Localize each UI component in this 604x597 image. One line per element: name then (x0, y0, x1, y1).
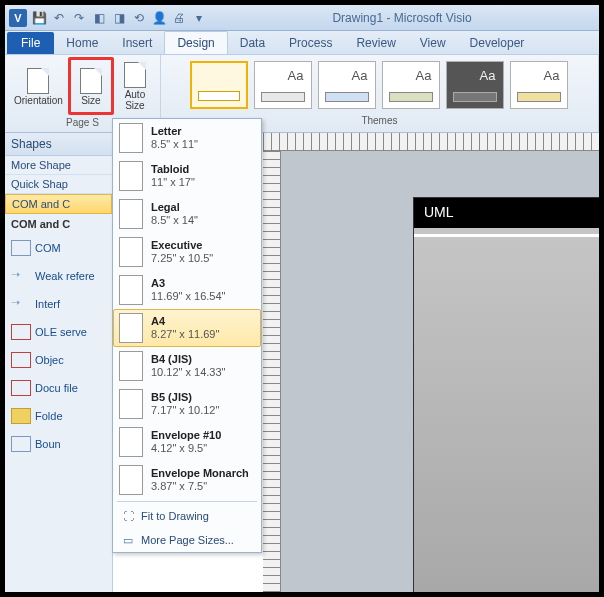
tab-developer[interactable]: Developer (458, 32, 537, 54)
qat-save-icon[interactable]: 💾 (29, 8, 49, 28)
size-option[interactable]: Executive7.25" x 10.5" (113, 233, 261, 271)
window-title: Drawing1 - Microsoft Visio (209, 11, 595, 25)
shape-interface[interactable]: Interf (5, 290, 112, 318)
title-bar: V 💾 ↶ ↷ ◧ ◨ ⟲ 👤 🖨 ▾ Drawing1 - Microsoft… (5, 5, 599, 31)
theme-swatch[interactable]: Aa (254, 61, 312, 109)
tab-insert[interactable]: Insert (110, 32, 164, 54)
group-label-page-setup: Page S (66, 115, 99, 130)
size-dropdown: Letter8.5" x 11"Tabloid11" x 17"Legal8.5… (112, 118, 262, 553)
ruler-horizontal (263, 133, 599, 151)
ruler-vertical (263, 151, 281, 592)
size-dim: 8.5" x 14" (151, 214, 198, 227)
page-icon (119, 275, 143, 305)
more-page-sizes[interactable]: ▭More Page Sizes... (113, 528, 261, 552)
page-icon: ▭ (121, 533, 135, 547)
separator (117, 501, 257, 502)
size-option[interactable]: B5 (JIS)7.17" x 10.12" (113, 385, 261, 423)
qat-icon[interactable]: ◧ (89, 8, 109, 28)
canvas-area[interactable]: UML (263, 133, 599, 592)
theme-swatch[interactable] (190, 61, 248, 109)
size-dim: 7.25" x 10.5" (151, 252, 213, 265)
qat-dropdown-icon[interactable]: ▾ (189, 8, 209, 28)
arrow-icon (11, 296, 31, 312)
tab-process[interactable]: Process (277, 32, 344, 54)
tab-design[interactable]: Design (164, 31, 227, 54)
size-option[interactable]: A48.27" x 11.69" (113, 309, 261, 347)
page-icon (119, 351, 143, 381)
tab-data[interactable]: Data (228, 32, 277, 54)
shapes-header: Shapes (5, 133, 112, 156)
tab-view[interactable]: View (408, 32, 458, 54)
shape-document[interactable]: Docu file (5, 374, 112, 402)
size-name: Legal (151, 201, 198, 214)
size-name: B4 (JIS) (151, 353, 225, 366)
theme-swatch[interactable]: Aa (318, 61, 376, 109)
page-icon (80, 68, 102, 94)
folder-icon (11, 408, 31, 424)
size-label: Size (81, 95, 100, 106)
size-dim: 11.69" x 16.54" (151, 290, 225, 303)
autosize-label: Auto Size (125, 89, 146, 111)
theme-swatch[interactable]: Aa (510, 61, 568, 109)
shape-com[interactable]: COM (5, 234, 112, 262)
size-name: Letter (151, 125, 198, 138)
page-icon (119, 389, 143, 419)
page-icon (119, 161, 143, 191)
quick-shapes[interactable]: Quick Shap (5, 175, 112, 194)
fit-to-drawing[interactable]: ⛶Fit to Drawing (113, 504, 261, 528)
shape-icon (11, 380, 31, 396)
drawing-page[interactable]: UML (413, 197, 604, 597)
shape-ole-server[interactable]: OLE serve (5, 318, 112, 346)
size-option[interactable]: Letter8.5" x 11" (113, 119, 261, 157)
size-dim: 10.12" x 14.33" (151, 366, 225, 379)
size-option[interactable]: Envelope Monarch3.87" x 7.5" (113, 461, 261, 499)
tab-review[interactable]: Review (344, 32, 407, 54)
orientation-button[interactable]: Orientation (9, 57, 68, 115)
ribbon-tabs: File Home Insert Design Data Process Rev… (5, 31, 599, 55)
size-option[interactable]: B4 (JIS)10.12" x 14.33" (113, 347, 261, 385)
shape-icon (11, 436, 31, 452)
size-dim: 3.87" x 7.5" (151, 480, 249, 493)
shape-icon (11, 240, 31, 256)
size-dim: 8.5" x 11" (151, 138, 198, 151)
autosize-button[interactable]: Auto Size (114, 57, 156, 115)
size-option[interactable]: Envelope #104.12" x 9.5" (113, 423, 261, 461)
qat-redo-icon[interactable]: ↷ (69, 8, 89, 28)
theme-swatch[interactable]: Aa (382, 61, 440, 109)
qat-icon[interactable]: ⟲ (129, 8, 149, 28)
size-name: A4 (151, 315, 219, 328)
fit-icon: ⛶ (121, 509, 135, 523)
more-shapes[interactable]: More Shape (5, 156, 112, 175)
qat-icon[interactable]: 🖨 (169, 8, 189, 28)
page-icon (27, 68, 49, 94)
theme-swatch[interactable]: Aa (446, 61, 504, 109)
page-icon (119, 427, 143, 457)
tab-file[interactable]: File (7, 32, 54, 54)
tab-home[interactable]: Home (54, 32, 110, 54)
shape-object[interactable]: Objec (5, 346, 112, 374)
shape-icon (11, 324, 31, 340)
page-icon (119, 237, 143, 267)
stencil-com[interactable]: COM and C (5, 194, 112, 214)
size-dim: 4.12" x 9.5" (151, 442, 221, 455)
size-name: A3 (151, 277, 225, 290)
size-option[interactable]: Tabloid11" x 17" (113, 157, 261, 195)
shape-weak-ref[interactable]: Weak refere (5, 262, 112, 290)
orientation-label: Orientation (14, 95, 63, 106)
qat-icon[interactable]: 👤 (149, 8, 169, 28)
shape-boundary[interactable]: Boun (5, 430, 112, 458)
shapes-panel: Shapes More Shape Quick Shap COM and C C… (5, 133, 113, 592)
ribbon: Orientation Size Auto Size Page S Aa Aa … (5, 55, 599, 133)
page-icon (119, 313, 143, 343)
page-icon (124, 62, 146, 88)
size-button[interactable]: Size (68, 57, 114, 115)
qat-undo-icon[interactable]: ↶ (49, 8, 69, 28)
size-name: Envelope #10 (151, 429, 221, 442)
size-name: Executive (151, 239, 213, 252)
arrow-icon (11, 268, 31, 284)
size-option[interactable]: A311.69" x 16.54" (113, 271, 261, 309)
qat-icon[interactable]: ◨ (109, 8, 129, 28)
size-dim: 7.17" x 10.12" (151, 404, 219, 417)
size-option[interactable]: Legal8.5" x 14" (113, 195, 261, 233)
shape-folder[interactable]: Folde (5, 402, 112, 430)
